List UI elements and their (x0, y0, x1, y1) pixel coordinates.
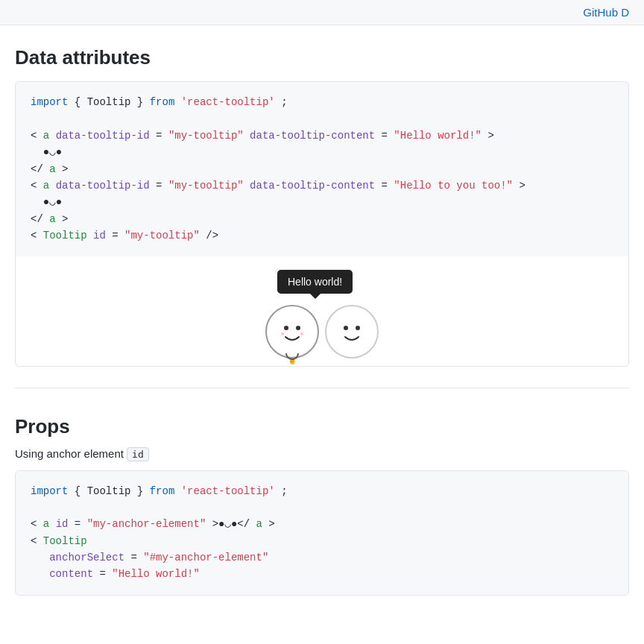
code-line-1: import { Tooltip } from 'react-tooltip' … (31, 94, 613, 110)
emoji-container: ☝ (265, 305, 379, 359)
props-heading: Props (15, 415, 629, 438)
props-code-line-5: content = "Hello world!" (31, 566, 613, 582)
anchor-id-code-block: import { Tooltip } from 'react-tooltip' … (15, 470, 629, 596)
code-line-7: ●◡● (31, 194, 613, 210)
code-line-9: < Tooltip id = "my-tooltip" /> (31, 227, 613, 244)
emoji-face-2[interactable] (325, 305, 379, 359)
face-svg-1 (274, 313, 311, 350)
code-line-5: </ a > (31, 161, 613, 177)
props-code-line-4: anchorSelect = "#my-anchor-element" (31, 549, 613, 566)
demo-area: Hello world! (15, 256, 629, 367)
svg-point-5 (356, 326, 360, 330)
data-attributes-section: Data attributes import { Tooltip } from … (15, 46, 629, 367)
code-line-8: </ a > (31, 211, 613, 227)
code-line-3: < a data-tooltip-id = "my-tooltip" data-… (31, 127, 613, 144)
props-code-line-2: < a id = "my-anchor-element" >●◡●</ a > (31, 516, 613, 532)
svg-point-3 (300, 332, 303, 335)
svg-point-2 (281, 332, 284, 335)
cursor-indicator: ☝ (288, 356, 297, 364)
props-code-line-3: < Tooltip (31, 533, 613, 549)
face-svg-2 (333, 313, 370, 350)
svg-point-4 (344, 326, 348, 330)
props-code-line-1: import { Tooltip } from 'react-tooltip' … (31, 483, 613, 499)
props-section: Props Using anchor element id import { T… (15, 415, 629, 596)
page-container: GitHub D Data attributes import { Toolti… (0, 0, 644, 625)
main-content: Data attributes import { Tooltip } from … (0, 25, 644, 625)
svg-point-1 (296, 326, 300, 330)
tooltip-bubble: Hello world! (277, 270, 353, 294)
code-line-6: < a data-tooltip-id = "my-tooltip" data-… (31, 177, 613, 194)
data-attributes-heading: Data attributes (15, 46, 629, 69)
code-line-4: ●◡● (31, 144, 613, 160)
section-divider (15, 388, 629, 388)
svg-point-0 (284, 326, 288, 330)
inline-code-id: id (127, 447, 149, 461)
data-attributes-code-block: import { Tooltip } from 'react-tooltip' … (15, 81, 629, 257)
anchor-id-title: Using anchor element id (15, 447, 629, 460)
github-link[interactable]: GitHub D (583, 6, 629, 19)
header: GitHub D (0, 0, 644, 25)
emoji-face-1[interactable]: ☝ (265, 305, 319, 359)
